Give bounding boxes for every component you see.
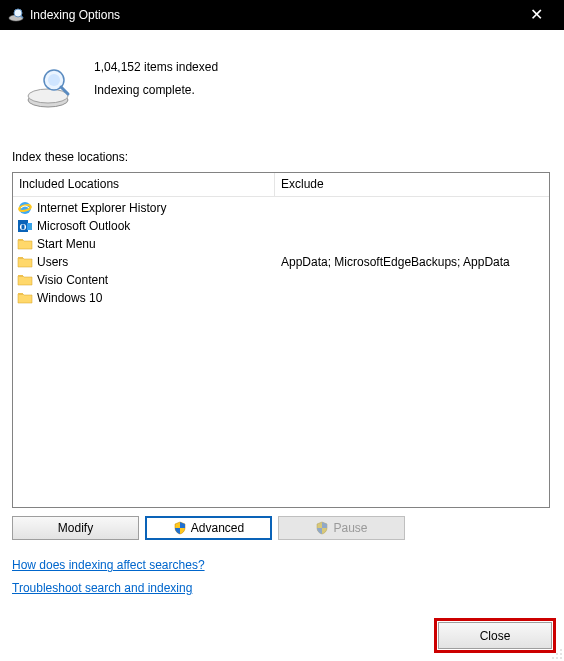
svg-point-1 bbox=[14, 9, 22, 17]
window-close-button[interactable]: ✕ bbox=[516, 0, 556, 30]
svg-point-6 bbox=[48, 74, 60, 86]
list-item[interactable]: Windows 10 bbox=[13, 289, 549, 307]
location-name: Windows 10 bbox=[37, 291, 102, 305]
svg-point-22 bbox=[560, 657, 562, 659]
svg-point-19 bbox=[560, 653, 562, 655]
window-title: Indexing Options bbox=[30, 8, 120, 22]
column-header-included[interactable]: Included Locations bbox=[13, 173, 275, 197]
advanced-button-label: Advanced bbox=[191, 521, 244, 535]
pause-button: Pause bbox=[278, 516, 405, 540]
folder-icon bbox=[17, 254, 33, 270]
location-name: Internet Explorer History bbox=[37, 201, 166, 215]
pause-button-label: Pause bbox=[333, 521, 367, 535]
svg-text:O: O bbox=[19, 222, 26, 232]
list-item[interactable]: UsersAppData; MicrosoftEdgeBackups; AppD… bbox=[13, 253, 549, 271]
resize-grip-icon[interactable] bbox=[551, 648, 563, 660]
svg-point-18 bbox=[556, 653, 558, 655]
help-link[interactable]: How does indexing affect searches? bbox=[12, 558, 205, 572]
svg-rect-14 bbox=[18, 257, 23, 259]
svg-rect-15 bbox=[18, 275, 23, 277]
svg-point-20 bbox=[552, 657, 554, 659]
shield-icon bbox=[315, 521, 329, 535]
troubleshoot-link[interactable]: Troubleshoot search and indexing bbox=[12, 581, 192, 595]
modify-button[interactable]: Modify bbox=[12, 516, 139, 540]
location-name: Users bbox=[37, 255, 68, 269]
close-button[interactable]: Close bbox=[438, 622, 552, 649]
folder-icon bbox=[17, 236, 33, 252]
folder-icon bbox=[17, 290, 33, 306]
titlebar: Indexing Options ✕ bbox=[0, 0, 564, 30]
location-name: Start Menu bbox=[37, 237, 96, 251]
column-header-exclude[interactable]: Exclude bbox=[275, 173, 549, 197]
ie-icon bbox=[17, 200, 33, 216]
list-item[interactable]: Start Menu bbox=[13, 235, 549, 253]
svg-point-17 bbox=[560, 649, 562, 651]
location-name: Visio Content bbox=[37, 273, 108, 287]
advanced-button[interactable]: Advanced bbox=[145, 516, 272, 540]
list-item[interactable]: Visio Content bbox=[13, 271, 549, 289]
folder-icon bbox=[17, 272, 33, 288]
shield-icon bbox=[173, 521, 187, 535]
list-item[interactable]: OMicrosoft Outlook bbox=[13, 217, 549, 235]
location-name: Microsoft Outlook bbox=[37, 219, 130, 233]
outlook-icon: O bbox=[17, 218, 33, 234]
svg-rect-16 bbox=[18, 293, 23, 295]
svg-rect-13 bbox=[18, 239, 23, 241]
locations-list: Included Locations Exclude Internet Expl… bbox=[12, 172, 550, 508]
indexing-status-text: Indexing complete. bbox=[94, 79, 218, 102]
section-label: Index these locations: bbox=[12, 150, 552, 164]
app-icon bbox=[8, 7, 24, 23]
location-exclude: AppData; MicrosoftEdgeBackups; AppData bbox=[275, 255, 549, 269]
close-icon: ✕ bbox=[530, 7, 543, 23]
indexing-icon bbox=[26, 66, 74, 108]
items-indexed-text: 1,04,152 items indexed bbox=[94, 56, 218, 79]
svg-point-21 bbox=[556, 657, 558, 659]
svg-point-4 bbox=[28, 89, 68, 103]
list-item[interactable]: Internet Explorer History bbox=[13, 199, 549, 217]
